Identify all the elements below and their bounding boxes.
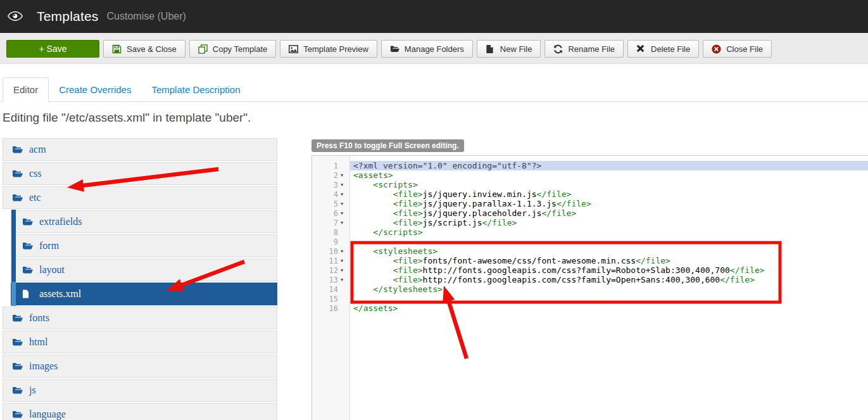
tree-indent-bar — [11, 210, 16, 234]
line-number: 9 — [334, 238, 338, 246]
tree-item-js[interactable]: js — [3, 379, 277, 402]
code-line-3[interactable]: <scripts> — [350, 180, 868, 189]
tree-item-label: etc — [29, 192, 41, 203]
fold-arrow-icon[interactable]: ▼ — [338, 249, 346, 254]
x-icon — [636, 44, 646, 54]
fold-arrow-icon[interactable]: ▼ — [338, 201, 346, 207]
tab-bar: EditorCreate OverridesTemplate Descripti… — [0, 77, 868, 102]
tree-item-label: assets.xml — [39, 288, 81, 300]
fold-arrow-icon[interactable]: ▼ — [338, 220, 346, 226]
tree-item-extrafields[interactable]: extrafields — [11, 210, 277, 233]
code-line-2[interactable]: <assets> — [350, 170, 868, 180]
code-token-text — [353, 199, 393, 208]
code-line-8[interactable]: </scripts> — [350, 227, 868, 237]
code-line-15[interactable] — [350, 294, 868, 303]
manage-folders-button[interactable]: Manage Folders — [381, 40, 473, 58]
code-line-12[interactable]: <file>http://fonts.googleapis.com/css?fa… — [350, 265, 868, 275]
code-line-9[interactable] — [350, 237, 868, 246]
tab-template-description[interactable]: Template Description — [141, 77, 250, 101]
code-line-7[interactable]: <file>js/script.js</file> — [350, 218, 868, 227]
tab-create-overrides[interactable]: Create Overrides — [49, 77, 141, 101]
delete-file-button[interactable]: Delete File — [627, 40, 699, 58]
code-line-4[interactable]: <file>js/jquery.inview.min.js</file> — [350, 189, 868, 199]
code-token-text: fonts/font-awesome/css/font-awesome.min.… — [423, 256, 636, 265]
image-icon — [289, 44, 298, 54]
tree-item-etc[interactable]: etc — [3, 186, 277, 209]
tree-item-layout[interactable]: layout — [11, 258, 277, 281]
new-file-button[interactable]: New File — [477, 40, 541, 58]
page-subtitle: Customise (Uber) — [107, 11, 186, 22]
gutter-line-5: 5▼ — [312, 199, 349, 208]
folder-icon — [22, 241, 34, 250]
code-token-tag: </file> — [636, 256, 670, 265]
file-tree: acmcssetcextrafieldsformlayoutassets.xml… — [3, 138, 277, 420]
code-line-13[interactable]: <file>http://fonts.googleapis.com/css?fa… — [350, 275, 868, 284]
tree-item-label: layout — [39, 264, 65, 276]
tree-item-html[interactable]: html — [3, 331, 277, 353]
code-token-tag: </assets> — [353, 303, 398, 313]
tab-editor[interactable]: Editor — [3, 77, 49, 102]
page-title: Templates — [37, 9, 99, 24]
code-editor[interactable]: 12▼3▼4▼5▼6▼7▼8910▼11▼12▼13▼141516 <?xml … — [311, 155, 868, 420]
code-line-14[interactable]: </stylesheets> — [350, 284, 868, 294]
code-line-5[interactable]: <file>js/jquery.parallax-1.1.3.js</file> — [350, 199, 868, 208]
folder-icon — [12, 314, 23, 322]
toolbar: + Save Save & CloseCopy TemplateTemplate… — [0, 33, 868, 64]
fold-arrow-icon[interactable]: ▼ — [338, 173, 346, 178]
copy-template-button[interactable]: Copy Template — [189, 40, 276, 58]
code-token-text: http://fonts.googleapis.com/css?family=O… — [423, 275, 720, 284]
gutter-line-6: 6▼ — [312, 208, 349, 218]
code-line-16[interactable]: </assets> — [350, 303, 868, 313]
line-number: 12 — [329, 266, 338, 275]
line-number: 8 — [334, 228, 338, 237]
circle-x-icon — [712, 44, 721, 54]
button-label: Copy Template — [213, 44, 267, 54]
gutter-line-8: 8 — [312, 227, 349, 237]
line-number: 5 — [334, 200, 338, 208]
code-token-text — [353, 180, 373, 189]
tree-item-label: css — [29, 168, 42, 179]
refresh-icon — [553, 44, 563, 54]
tree-item-label: fonts — [29, 312, 49, 324]
editor-code-area[interactable]: <?xml version="1.0" encoding="utf-8"?><a… — [350, 156, 868, 420]
tree-item-form[interactable]: form — [11, 234, 277, 257]
editor-gutter: 12▼3▼4▼5▼6▼7▼8910▼11▼12▼13▼141516 — [312, 156, 350, 420]
code-line-1[interactable]: <?xml version="1.0" encoding="utf-8"?> — [350, 161, 868, 170]
gutter-line-4: 4▼ — [312, 189, 349, 199]
tree-item-fonts[interactable]: fonts — [3, 307, 277, 329]
tree-indent-bar — [11, 282, 16, 306]
line-number: 15 — [329, 295, 338, 303]
close-file-button[interactable]: Close File — [703, 40, 772, 58]
folder-open-icon — [390, 44, 399, 54]
code-token-tag: <file> — [393, 256, 423, 265]
code-token-text — [353, 275, 393, 284]
tree-item-images[interactable]: images — [3, 355, 277, 378]
line-number: 16 — [329, 304, 338, 313]
fold-arrow-icon[interactable]: ▼ — [338, 211, 346, 216]
folder-icon — [22, 265, 34, 274]
folder-icon — [12, 145, 23, 154]
code-line-11[interactable]: <file>fonts/font-awesome/css/font-awesom… — [350, 256, 868, 265]
gutter-line-7: 7▼ — [312, 218, 349, 227]
top-title-bar: Templates Customise (Uber) — [0, 0, 868, 33]
save-close-button[interactable]: Save & Close — [103, 40, 186, 58]
template-preview-button[interactable]: Template Preview — [280, 40, 377, 58]
code-line-6[interactable]: <file>js/jquery.placeholder.js</file> — [350, 208, 868, 218]
code-line-10[interactable]: <stylesheets> — [350, 246, 868, 256]
tree-item-css[interactable]: css — [3, 162, 277, 185]
fold-arrow-icon[interactable]: ▼ — [338, 258, 346, 264]
file-icon — [22, 290, 34, 298]
code-token-text: js/jquery.parallax-1.1.3.js — [423, 199, 557, 208]
fold-arrow-icon[interactable]: ▼ — [338, 268, 346, 273]
tree-item-acm[interactable]: acm — [3, 138, 277, 161]
gutter-line-14: 14 — [312, 284, 349, 294]
code-token-tag: <file> — [393, 218, 423, 227]
rename-file-button[interactable]: Rename File — [544, 40, 624, 58]
save-button[interactable]: + Save — [6, 40, 99, 58]
fold-arrow-icon[interactable]: ▼ — [338, 182, 346, 188]
fold-arrow-icon[interactable]: ▼ — [338, 277, 346, 283]
tree-item-assets-xml[interactable]: assets.xml — [11, 283, 277, 305]
fold-arrow-icon[interactable]: ▼ — [338, 192, 346, 197]
tree-item-language[interactable]: language — [3, 403, 277, 420]
gutter-line-3: 3▼ — [312, 180, 349, 189]
